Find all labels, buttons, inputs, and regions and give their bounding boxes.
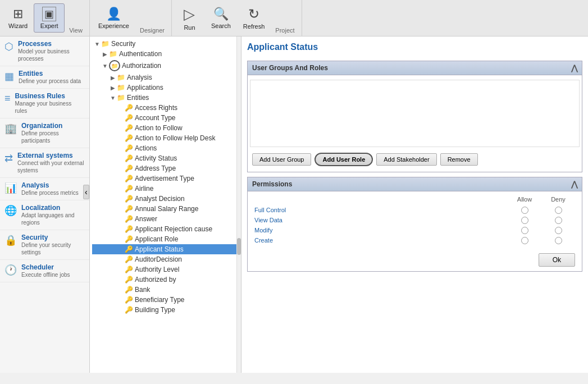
beneficiary-type-leaf-icon: 🔑 bbox=[125, 296, 133, 304]
tree-scrollbar-thumb[interactable] bbox=[237, 238, 241, 255]
full-control-deny-radio[interactable] bbox=[555, 207, 562, 214]
wizard-label: Wizard bbox=[8, 22, 28, 29]
create-deny-radio[interactable] bbox=[555, 237, 562, 244]
authorization-expand-icon: ▼ bbox=[101, 63, 109, 69]
sidebar-item-organization[interactable]: 🏢 Organization Define process participan… bbox=[0, 118, 89, 148]
sidebar-item-scheduler[interactable]: 🕐 Scheduler Execute offline jobs bbox=[0, 260, 89, 282]
tree-node-entities[interactable]: ▼ 📁 Entities bbox=[92, 93, 239, 103]
action-to-follow-leaf-icon: 🔑 bbox=[125, 124, 133, 132]
search-button[interactable]: 🔍 Search bbox=[205, 3, 237, 33]
annual-salary-leaf-icon: 🔑 bbox=[125, 205, 133, 213]
tree-node-actions[interactable]: 🔑 Actions bbox=[92, 143, 239, 153]
tree-node-beneficiary-type[interactable]: 🔑 Beneficiary Type bbox=[92, 295, 239, 305]
tree-node-analyst-decision[interactable]: 🔑 Analyst Decision bbox=[92, 194, 239, 204]
full-control-deny[interactable] bbox=[541, 205, 575, 215]
expert-icon: ▣ bbox=[42, 7, 56, 21]
organization-icon: 🏢 bbox=[4, 122, 17, 135]
entities-title: Entities bbox=[19, 70, 81, 77]
tree-node-authentication[interactable]: ▶ 📁 Authentication bbox=[92, 49, 239, 59]
tree-node-action-help[interactable]: 🔑 Action to Follow Help Desk bbox=[92, 133, 239, 143]
sidebar-item-business-rules[interactable]: ≡ Business Rules Manage your business ru… bbox=[0, 89, 89, 118]
full-control-allow[interactable] bbox=[508, 205, 541, 215]
refresh-button[interactable]: ↻ Refresh bbox=[237, 3, 271, 33]
tree-node-security[interactable]: ▼ 📁 Security bbox=[92, 39, 239, 49]
sidebar-item-localization[interactable]: 🌐 Localization Adapt languages and regio… bbox=[0, 200, 89, 230]
remove-button[interactable]: Remove bbox=[440, 153, 478, 166]
view-data-deny-radio[interactable] bbox=[555, 217, 562, 224]
wizard-button[interactable]: ⊞ Wizard bbox=[2, 3, 34, 33]
tree-node-applications[interactable]: ▶ 📁 Applications bbox=[92, 83, 239, 93]
refresh-icon: ↻ bbox=[248, 6, 259, 22]
advertisement-type-text: Advertisement Type bbox=[135, 175, 194, 182]
user-groups-buttons: Add User Group Add User Role Add Stakeho… bbox=[250, 149, 580, 170]
security-node-text: Security bbox=[111, 40, 135, 48]
tree-node-applicant-status[interactable]: 🔑 Applicant Status bbox=[92, 244, 239, 254]
tree-node-authorized-by[interactable]: 🔑 Authorized by bbox=[92, 275, 239, 285]
tree-node-action-to-follow[interactable]: 🔑 Action to Follow bbox=[92, 123, 239, 133]
security-folder-icon: 📁 bbox=[101, 40, 110, 48]
full-control-allow-radio[interactable] bbox=[521, 207, 528, 214]
activity-status-leaf-icon: 🔑 bbox=[125, 154, 133, 162]
modify-deny[interactable] bbox=[541, 225, 575, 235]
tree-node-access-rights[interactable]: 🔑 Access Rights bbox=[92, 103, 239, 113]
tree-node-annual-salary[interactable]: 🔑 Annual Salary Range bbox=[92, 204, 239, 214]
view-data-allow-radio[interactable] bbox=[521, 217, 528, 224]
sidebar-item-analysis[interactable]: 📊 Analysis Define process metrics bbox=[0, 178, 89, 200]
run-icon: ▷ bbox=[184, 6, 195, 23]
sidebar-item-external-systems[interactable]: ⇄ External systems Connect with your ext… bbox=[0, 148, 89, 178]
sidebar-item-security[interactable]: 🔒 Security Define your security settings bbox=[0, 230, 89, 260]
tree-node-authority-level[interactable]: 🔑 Authority Level bbox=[92, 264, 239, 275]
tree-node-applicant-role[interactable]: 🔑 Applicant Role bbox=[92, 234, 239, 244]
sidebar-item-processes[interactable]: ⬡ Processes Model your business processe… bbox=[0, 36, 89, 66]
analysis-expand-icon: ▶ bbox=[109, 75, 117, 81]
tree-node-advertisement-type[interactable]: 🔑 Advertisement Type bbox=[92, 173, 239, 184]
tree-node-analysis[interactable]: ▶ 📁 Analysis bbox=[92, 72, 239, 83]
tree-node-applicant-rejection[interactable]: 🔑 Applicant Rejection cause bbox=[92, 224, 239, 234]
tree-node-account-type[interactable]: 🔑 Account Type bbox=[92, 113, 239, 123]
sidebar-item-entities[interactable]: ▦ Entities Define your process data bbox=[0, 66, 89, 89]
user-groups-collapse-button[interactable]: ⋀ bbox=[571, 63, 577, 72]
view-data-deny[interactable] bbox=[541, 215, 575, 225]
tree-node-authorization[interactable]: ▼ 📁 Authorization bbox=[92, 59, 239, 72]
expert-button[interactable]: ▣ Expert bbox=[34, 3, 65, 33]
experience-button[interactable]: 👤 Experience bbox=[92, 3, 135, 33]
create-allow-radio[interactable] bbox=[521, 237, 528, 244]
tree-node-answer[interactable]: 🔑 Answer bbox=[92, 214, 239, 224]
action-help-text: Action to Follow Help Desk bbox=[135, 134, 215, 142]
permissions-collapse-button[interactable]: ⋀ bbox=[571, 180, 577, 189]
ok-button-row: Ok bbox=[250, 248, 580, 269]
modify-deny-radio[interactable] bbox=[555, 227, 562, 234]
user-groups-header-label: User Groups And Roles bbox=[252, 64, 328, 72]
tree-node-auditor-decision[interactable]: 🔑 AuditorDecision bbox=[92, 254, 239, 264]
account-type-text: Account Type bbox=[135, 114, 176, 122]
experience-label: Experience bbox=[98, 22, 129, 29]
add-stakeholder-button[interactable]: Add Stakeholder bbox=[376, 153, 436, 166]
tree-scrollbar[interactable] bbox=[236, 36, 241, 373]
external-systems-desc: Connect with your external systems bbox=[17, 159, 85, 174]
tree-node-address-type[interactable]: 🔑 Address Type bbox=[92, 163, 239, 173]
modify-allow-radio[interactable] bbox=[521, 227, 528, 234]
processes-icon: ⬡ bbox=[4, 40, 13, 53]
tree-node-building-type[interactable]: 🔑 Building Type bbox=[92, 305, 239, 315]
auditor-decision-leaf-icon: 🔑 bbox=[125, 255, 133, 263]
tree-node-activity-status[interactable]: 🔑 Activity Status bbox=[92, 153, 239, 163]
sidebar-collapse-button[interactable]: ‹ bbox=[83, 185, 89, 199]
user-groups-header: User Groups And Roles ⋀ bbox=[247, 61, 582, 75]
run-button[interactable]: ▷ Run bbox=[174, 3, 205, 33]
applicant-rejection-leaf-icon: 🔑 bbox=[125, 225, 133, 233]
view-data-allow[interactable] bbox=[508, 215, 541, 225]
add-user-role-button[interactable]: Add User Role bbox=[314, 153, 373, 166]
external-systems-title: External systems bbox=[17, 152, 85, 159]
search-label: Search bbox=[211, 22, 231, 29]
modify-allow[interactable] bbox=[508, 225, 541, 235]
auditor-decision-text: AuditorDecision bbox=[135, 255, 182, 263]
tree-node-airline[interactable]: 🔑 Airline bbox=[92, 184, 239, 194]
add-user-group-button[interactable]: Add User Group bbox=[252, 153, 311, 166]
create-deny[interactable] bbox=[541, 235, 575, 245]
tree-node-bank[interactable]: 🔑 Bank bbox=[92, 285, 239, 295]
tree-panel: ▼ 📁 Security ▶ 📁 Authentication ▼ 📁 Auth… bbox=[90, 36, 241, 373]
authentication-folder-icon: 📁 bbox=[109, 50, 117, 58]
ok-button[interactable]: Ok bbox=[539, 253, 575, 267]
create-allow[interactable] bbox=[508, 235, 541, 245]
localization-title: Localization bbox=[21, 204, 85, 212]
